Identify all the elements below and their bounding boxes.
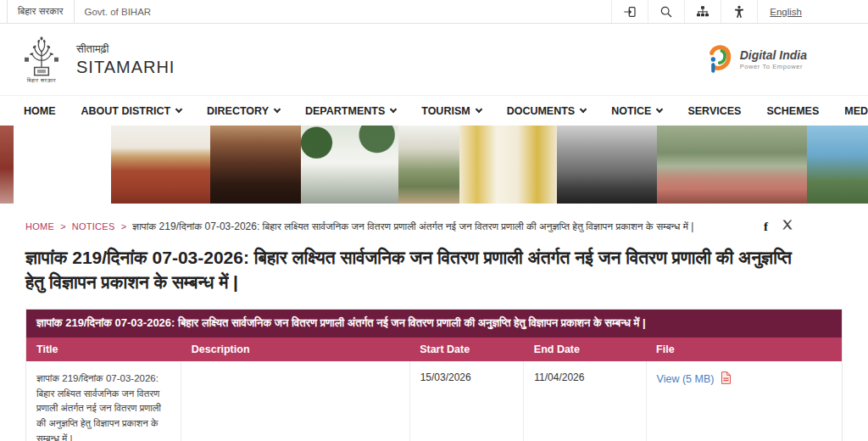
topbar: बिहार सरकार Govt. of BIHAR English [0, 0, 868, 24]
content: HOME > NOTICES > ज्ञापांक 219/दिनांक 07-… [0, 204, 868, 441]
chevron-down-icon [580, 105, 587, 112]
view-file-link[interactable]: View (5 MB) [657, 373, 715, 385]
nav-label: NOTICE [611, 105, 651, 117]
photo-banner[interactable] [0, 126, 868, 204]
col-description: Description [181, 338, 409, 361]
nav-label: DEPARTMENTS [305, 105, 385, 117]
nav-label: MEDIA GALLERY [844, 105, 868, 117]
banner-photo-white-dome [301, 126, 398, 204]
notice-description-cell [181, 361, 409, 441]
search-icon[interactable] [648, 0, 684, 23]
nav-services[interactable]: SERVICES [687, 105, 741, 117]
banner-photo-ghat-steps [657, 126, 807, 204]
page-title: ज्ञापांक 219/दिनांक 07-03-2026: बिहार लक… [25, 246, 814, 295]
col-end-date: End Date [524, 338, 646, 361]
nav-media-gallery[interactable]: MEDIA GALLERY [844, 105, 868, 117]
nav-documents[interactable]: DOCUMENTS [507, 105, 587, 117]
masthead: बिहार सरकार सीतामढ़ी SITAMARHI Digital I… [0, 24, 868, 95]
digital-india-logo[interactable]: Digital India Power To Empower [704, 42, 807, 76]
table-row: ज्ञापांक 219/दिनांक 07-03-2026: बिहार लक… [26, 361, 842, 441]
chevron-down-icon [475, 105, 481, 112]
district-name-hindi: सीतामढ़ी [76, 42, 175, 56]
banner-photo-temple-pond [14, 126, 111, 204]
nav-label: DIRECTORY [207, 105, 269, 117]
govt-hindi-link[interactable]: बिहार सरकार [7, 0, 75, 23]
skip-to-content-icon[interactable] [611, 0, 648, 23]
nav-directory[interactable]: DIRECTORY [207, 105, 280, 117]
banner-photo-red-gate [111, 126, 210, 204]
banner-photo-yellow-arch [459, 126, 558, 204]
nav-departments[interactable]: DEPARTMENTS [305, 105, 396, 117]
district-logo-link[interactable]: बिहार सरकार सीतामढ़ी SITAMARHI [17, 35, 175, 84]
col-start-date: Start Date [409, 338, 524, 361]
breadcrumb: HOME > NOTICES > ज्ञापांक 219/दिनांक 07-… [25, 220, 693, 232]
table-header-row: Title Description Start Date End Date Fi… [26, 338, 842, 361]
pdf-icon [721, 371, 732, 384]
nav-notice[interactable]: NOTICE [611, 105, 662, 117]
nav-schemes[interactable]: SCHEMES [766, 105, 819, 117]
chevron-down-icon [390, 105, 397, 112]
notice-start-date-cell: 15/03/2026 [409, 361, 524, 441]
digital-india-icon [704, 42, 733, 76]
digital-india-tagline: Power To Empower [740, 63, 807, 70]
col-title: Title [26, 338, 181, 361]
emblem-caption: बिहार सरकार [17, 77, 66, 84]
nav-label: ABOUT DISTRICT [81, 105, 171, 117]
nav-label: DOCUMENTS [507, 105, 576, 117]
notice-title-cell: ज्ञापांक 219/दिनांक 07-03-2026: बिहार लक… [26, 361, 181, 441]
digital-india-title: Digital India [740, 48, 807, 62]
breadcrumb-notices[interactable]: NOTICES [72, 221, 115, 232]
breadcrumb-home[interactable]: HOME [25, 221, 54, 232]
bihar-emblem-icon: बिहार सरकार [17, 35, 66, 84]
accessibility-icon[interactable] [721, 0, 757, 23]
banner-photo-edge [0, 126, 14, 204]
nav-label: SERVICES [687, 105, 741, 117]
notice-file-cell: View (5 MB) [646, 361, 842, 441]
main-navigation: HOME ABOUT DISTRICT DIRECTORY DEPARTMENT… [0, 95, 868, 126]
banner-photo-sky-trees [807, 126, 868, 204]
chevron-down-icon [656, 105, 663, 112]
nav-tourism[interactable]: TOURISM [421, 105, 481, 117]
nav-label: SCHEMES [766, 105, 819, 117]
govt-english-link[interactable]: Govt. of BIHAR [75, 0, 162, 23]
nav-label: TOURISM [421, 105, 470, 117]
nav-label: HOME [24, 105, 56, 117]
notice-table: ज्ञापांक 219/दिनांक 07-03-2026: बिहार लक… [25, 309, 843, 441]
district-name-english: SITAMARHI [76, 58, 175, 77]
breadcrumb-separator: > [60, 221, 65, 232]
banner-photo-trees-shrine [398, 126, 459, 204]
banner-photo-sanctum [210, 126, 302, 204]
topbar-left: बिहार सरकार Govt. of BIHAR [7, 0, 161, 23]
sitemap-icon[interactable] [684, 0, 721, 23]
topbar-right: English [611, 0, 814, 23]
notice-end-date-cell: 11/04/2026 [524, 361, 646, 441]
breadcrumb-current: ज्ञापांक 219/दिनांक 07-03-2026: बिहार लक… [132, 220, 693, 232]
breadcrumb-separator: > [121, 221, 126, 232]
language-toggle-english[interactable]: English [757, 0, 814, 23]
nav-home[interactable]: HOME [24, 105, 56, 117]
col-file: File [646, 338, 842, 361]
facebook-share-icon[interactable]: f [764, 220, 768, 234]
brand-text: सीतामढ़ी SITAMARHI [76, 42, 175, 77]
notice-table-caption: ज्ञापांक 219/दिनांक 07-03-2026: बिहार लक… [26, 310, 842, 338]
twitter-x-share-icon[interactable] [782, 219, 793, 234]
nav-about-district[interactable]: ABOUT DISTRICT [81, 105, 182, 117]
chevron-down-icon [175, 105, 182, 112]
banner-photo-historic-bw [557, 126, 657, 204]
social-share: f [764, 219, 793, 234]
chevron-down-icon [274, 105, 281, 112]
